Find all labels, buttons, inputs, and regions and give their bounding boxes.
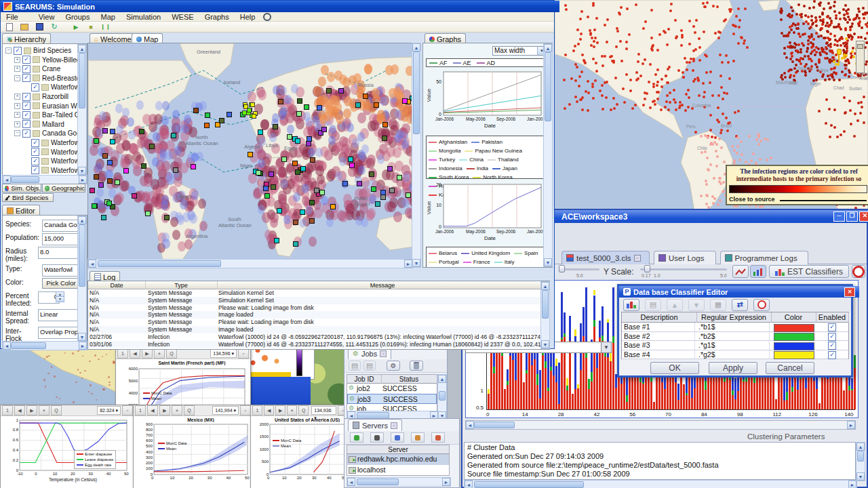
field-value[interactable]: 8.0 (38, 247, 81, 259)
forward-icon[interactable]: ▶ (26, 405, 37, 415)
ace-tab-user-logs[interactable]: User Logs (654, 251, 716, 264)
tree-checkbox[interactable]: ✓ (14, 47, 22, 55)
x-scale-slider[interactable] (560, 268, 599, 270)
tree-item[interactable]: +✓Bar-Tailed Godw (3, 110, 83, 119)
classifier-column-header[interactable]: Regular Expression (696, 312, 772, 323)
classifier-color-swatch[interactable] (774, 324, 814, 332)
scroll-down-arrow[interactable]: ▼ (541, 340, 549, 348)
forward-icon[interactable]: ▶ (142, 348, 153, 359)
classifier-row[interactable]: Base #4.*g2$✓ (622, 350, 848, 360)
job-row[interactable]: ⚙job3SUCCESS (347, 394, 437, 404)
scroll-thumb[interactable] (857, 451, 864, 462)
scroll-left-arrow[interactable]: ◄ (466, 421, 474, 429)
map-zoom-thumb[interactable] (857, 44, 863, 49)
home-icon[interactable]: 1 (252, 405, 262, 415)
scroll-up-arrow[interactable]: ▲ (541, 282, 549, 290)
map-h-scrollbar[interactable]: ◄ ► (87, 259, 413, 268)
classifier-description[interactable]: Base #2 (624, 332, 695, 341)
scroll-thumb[interactable] (11, 176, 39, 183)
scroll-thumb[interactable] (474, 422, 515, 428)
servers-tab[interactable]: Servers ▫ (348, 419, 402, 431)
restore-button[interactable]: ❐ (846, 211, 858, 222)
cancel-button[interactable]: Cancel (766, 362, 814, 374)
tree-item[interactable]: −✓Canada Goose (3, 129, 83, 138)
tree-item[interactable]: +✓Mallard (3, 120, 83, 129)
plot-value-combo[interactable]: 134,936 ▾ (311, 406, 336, 415)
log-row[interactable]: N/ASystem MessageImage loaded (88, 326, 548, 333)
new-file-icon[interactable] (3, 21, 16, 33)
tree-item[interactable]: ✓Waterfowl ( (3, 166, 83, 175)
scroll-up-arrow[interactable]: ▲ (856, 443, 865, 451)
x-scale-thumb[interactable] (559, 265, 565, 272)
spin-down-icon[interactable]: ▼ (56, 296, 64, 302)
sidebar-toggle-bird-species[interactable]: Bird Species (2, 193, 54, 202)
scroll-up-arrow[interactable]: ▲ (78, 216, 86, 224)
menu-file[interactable]: File (1, 13, 24, 21)
chevron-down-icon[interactable]: ▼ (601, 342, 611, 352)
scroll-thumb[interactable] (98, 260, 221, 267)
classifier-color-swatch[interactable] (774, 342, 814, 350)
tree-item[interactable]: +✓Yellow-Billed Duc (3, 56, 83, 64)
menu-view[interactable]: View (33, 13, 60, 21)
hierarchy-tab[interactable]: Hierarchy (2, 33, 51, 44)
simulation-map[interactable]: GreenlandIcelandRussiaNorthAtlantic Ocea… (87, 43, 414, 268)
close-button[interactable]: ✕ (844, 287, 855, 297)
home-icon[interactable]: 1 (117, 348, 128, 359)
pan-icon[interactable]: ⌖ (39, 405, 50, 415)
refresh-icon[interactable]: ↻ (48, 21, 60, 33)
zoom-icon[interactable]: Q (184, 405, 195, 415)
collapse-icon[interactable]: − (14, 130, 20, 136)
classifier-enabled-checkbox[interactable]: ✓ (828, 342, 836, 350)
scroll-down-arrow[interactable]: ▼ (544, 258, 552, 266)
scroll-right-arrow[interactable]: ► (404, 260, 412, 268)
jobs-v-scrollbar[interactable]: ▲ ▼ (437, 374, 447, 420)
collapse-icon[interactable]: − (5, 47, 12, 54)
graph-width-combo[interactable]: Max width▼ (492, 46, 547, 56)
stop-icon[interactable]: ■ (85, 21, 97, 33)
pause-icon[interactable]: ❙❙ (100, 21, 112, 33)
classifier-enabled-checkbox[interactable]: ✓ (828, 333, 836, 341)
tree-item[interactable]: +✓Eurasian Widgeo (3, 102, 83, 110)
plot-value-combo[interactable]: 82.324 ▾ (97, 406, 121, 415)
classifier-column-header[interactable]: Enabled (816, 312, 849, 323)
open-folder-icon[interactable] (18, 21, 31, 33)
expand-icon[interactable]: + (14, 121, 20, 127)
server-users-icon[interactable] (391, 432, 404, 443)
scroll-thumb[interactable] (11, 342, 46, 349)
tree-checkbox[interactable]: ✓ (22, 74, 31, 82)
window-buttons[interactable]: ▫ (238, 348, 249, 359)
expand-icon[interactable]: + (14, 112, 20, 118)
tree-v-scrollbar[interactable]: ▲ ▼ (77, 44, 87, 176)
scroll-thumb[interactable] (474, 481, 584, 488)
forward-icon[interactable]: ▶ (275, 405, 285, 415)
tree-checkbox[interactable]: ✓ (22, 102, 31, 110)
classifier-enabled-checkbox[interactable]: ✓ (828, 323, 836, 331)
zoom-icon[interactable]: Q (51, 405, 62, 415)
tree-item[interactable]: ✓Waterfowl ( (3, 157, 83, 165)
expand-icon[interactable]: + (14, 66, 20, 72)
log-row[interactable]: 03/01/06InfectionWaterfowl (77000) id 46… (88, 341, 548, 348)
menu-groups[interactable]: Groups (60, 13, 95, 21)
tree-checkbox[interactable]: ✓ (31, 83, 39, 92)
close-button[interactable]: ✕ (859, 211, 868, 222)
classifier-regex[interactable]: .*b2$ (698, 332, 770, 341)
scroll-thumb[interactable] (542, 290, 549, 319)
expand-icon[interactable]: + (14, 57, 20, 63)
scroll-left-arrow[interactable]: ◄ (88, 260, 96, 268)
log-row[interactable]: N/ASystem MessageImage loaded (88, 311, 548, 319)
classifier-color-swatch[interactable] (774, 333, 814, 341)
ace-tab-test-5000-3-cls[interactable]: test_5000_3.cls▫ (561, 251, 650, 264)
apply-button[interactable]: Apply (709, 362, 757, 374)
log-column-header[interactable]: Type (145, 281, 218, 289)
scroll-down-arrow[interactable]: ▼ (78, 167, 86, 175)
tree-checkbox[interactable]: ✓ (22, 65, 31, 73)
tree-checkbox[interactable]: ✓ (31, 148, 39, 156)
back-icon[interactable]: ◀ (264, 405, 274, 415)
scroll-up-arrow[interactable]: ▲ (438, 375, 446, 383)
scroll-down-arrow[interactable]: ▼ (412, 259, 420, 267)
scroll-down-arrow[interactable]: ▼ (78, 333, 86, 341)
server-row[interactable]: ➤redhawk.hpc.muohio.edu (347, 454, 449, 465)
scroll-right-arrow[interactable]: ► (847, 421, 855, 429)
pan-icon[interactable]: ⌖ (172, 405, 182, 415)
editor-v-scrollbar[interactable]: ▲ ▼ (77, 216, 87, 342)
